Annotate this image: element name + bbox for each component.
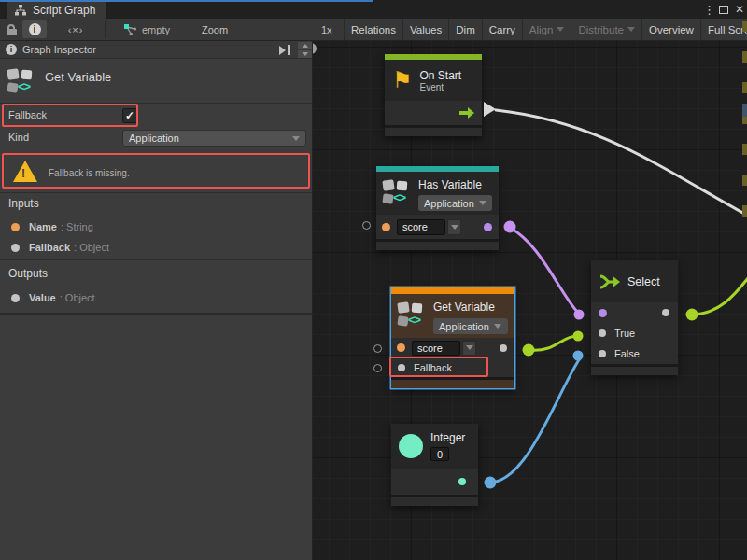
warning-box: ! Fallback is missing. [0,155,312,194]
variable-picker-button[interactable] [447,219,461,235]
input-row-fallback: Fallback : Object [0,238,312,257]
exec-wire-arrow[interactable] [484,102,496,117]
node-get-variable[interactable]: <> Get Variable Application score Fallba… [391,287,514,388]
graph-icon [14,4,27,17]
dim-button[interactable]: Dim [448,19,481,40]
info-icon: i [29,23,41,35]
fallback-input-port[interactable] [398,364,405,371]
zoom-value: 1x [321,19,332,40]
variable-name-field[interactable]: score [397,219,445,235]
node-title: On Start [420,69,462,82]
toolbar-buttons: Relations Values Dim Carry Align Distrib… [344,19,747,40]
node-title: Select [627,275,660,288]
graph-reference-breadcrumb[interactable]: empty [123,19,170,40]
kind-dropdown[interactable]: Application [433,318,508,334]
warning-text: Fallback is missing. [49,168,130,178]
relations-button[interactable]: Relations [344,19,402,40]
align-button: Align [522,19,571,40]
fallback-port-label: Fallback [414,362,452,373]
unconnected-port-circle[interactable] [374,364,382,372]
integer-icon [399,434,423,458]
bool-output-port[interactable] [484,223,492,231]
tab-bar: Script Graph ⋮ ✕ [0,0,747,19]
port-dot [11,223,20,231]
scroll-up-button[interactable] [298,42,312,49]
chevron-down-icon [557,27,564,32]
window-maximize-icon[interactable] [719,0,728,19]
kind-dropdown[interactable]: Application [418,195,492,211]
fallback-checkbox[interactable]: ✓ [122,108,137,123]
graph-toolbar: i ‹×› empty Zoom 1x Relations Values Dim… [0,19,747,41]
dock-panel-icon[interactable] [279,44,294,56]
graph-ref-icon [123,23,137,36]
lock-icon [7,24,17,35]
warning-icon [13,161,37,182]
variable-name-field[interactable]: score [412,341,460,356]
window-close-icon[interactable]: ✕ [735,0,744,19]
variable-picker-button[interactable] [462,341,476,356]
node-integer[interactable]: Integer 0 [391,424,478,506]
zoom-label: Zoom [202,19,228,40]
toolbar-separator [105,21,106,38]
fallback-field-row: Fallback ✓ [0,105,312,127]
lock-button[interactable] [2,19,21,40]
port-dot [11,294,20,302]
node-title: Get Variable [433,301,495,314]
code-preview-button[interactable]: ‹×› [56,19,95,40]
value-output-port[interactable] [500,344,507,352]
name-input-port[interactable] [397,343,405,352]
divider [0,259,312,260]
condition-input-port[interactable] [599,309,607,317]
inputs-section-title: Inputs [8,197,39,210]
unconnected-port-circle[interactable] [362,221,371,230]
node-has-variable[interactable]: <> Has Variable Application score [376,166,499,250]
outputs-section-title: Outputs [8,267,48,280]
carry-button[interactable]: Carry [482,19,522,40]
node-title: Has Variable [418,178,482,191]
divider [0,192,312,193]
unconnected-port-circle[interactable] [374,344,382,353]
port-dot [11,244,20,252]
divider [0,103,312,104]
scroll-down-button[interactable] [298,50,312,58]
inspector-title: Graph Inspector [22,44,96,55]
script-graph-window: Script Graph ⋮ ✕ i ‹×› empty Zoom 1x [0,0,747,560]
chevron-down-icon [494,324,501,329]
chevron-down-icon [292,136,300,141]
tab-script-graph[interactable]: Script Graph [7,2,106,19]
info-icon: i [6,44,17,55]
inspector-scroll-buttons [298,42,312,58]
graph-ref-label: empty [142,24,170,35]
tab-title: Script Graph [33,4,95,17]
kind-field-row: Kind Application [0,127,312,149]
false-input-port[interactable] [599,350,606,357]
node-on-start[interactable]: ⚑ On Start Event [385,54,482,136]
node-select[interactable]: Select True False [591,260,678,375]
int-output-port[interactable] [458,478,466,485]
output-row-value: Value : Object [0,288,312,307]
graph-inspector-panel: i Graph Inspector <> Get Variable Fallba… [0,41,313,560]
integer-value-field[interactable]: 0 [430,447,449,461]
window-edge-artifact [742,104,747,117]
exec-output-port[interactable] [459,107,474,119]
chevron-down-icon [479,201,486,205]
variables-icon: <> [398,301,430,329]
inspector-toggle-button[interactable]: i [22,20,47,38]
kind-dropdown[interactable]: Application [122,130,306,147]
divider [0,313,312,315]
false-port-label: False [614,348,640,359]
values-button[interactable]: Values [402,19,448,40]
true-input-port[interactable] [599,329,606,337]
flag-icon: ⚑ [392,69,413,91]
overview-button[interactable]: Overview [641,19,700,40]
true-port-label: True [614,328,635,339]
input-row-name: Name : String [0,217,312,236]
window-menu-icon[interactable]: ⋮ [703,0,715,19]
node-title: Integer [430,431,465,444]
unit-header: <> Get Variable [0,59,312,104]
unit-title: Get Variable [45,70,111,84]
full-screen-button[interactable]: Full Screen [700,19,747,40]
graph-canvas[interactable] [313,41,747,560]
name-input-port[interactable] [382,223,390,231]
result-output-port[interactable] [662,309,669,316]
